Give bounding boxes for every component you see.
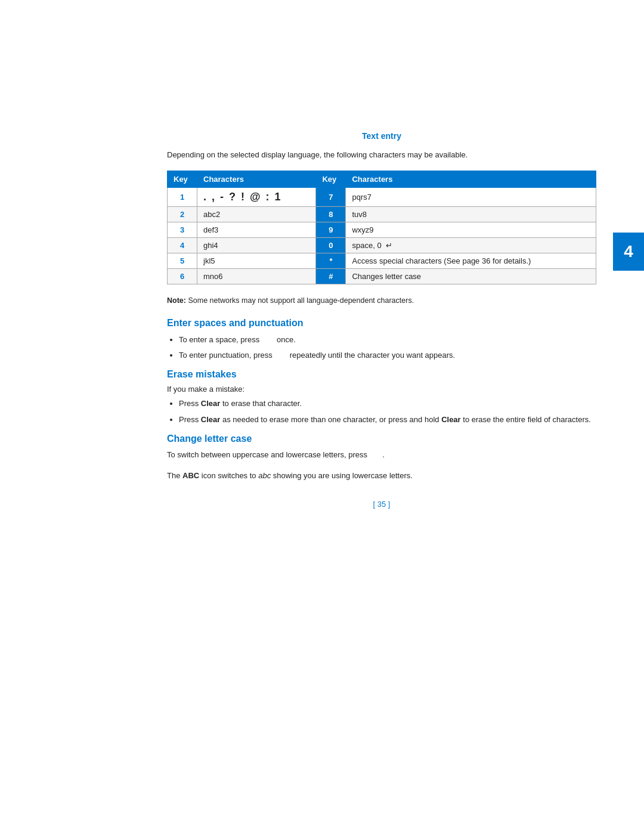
- chars-cell: wxyz9: [346, 222, 596, 237]
- table-row: 5 jkl5 * Access special characters (See …: [168, 253, 596, 268]
- section-change-letter-case: Change letter case To switch between upp…: [167, 433, 596, 482]
- key-cell-blue: 8: [316, 206, 346, 222]
- chars-cell: mno6: [197, 268, 316, 284]
- key-cell: 6: [168, 268, 197, 284]
- chars-cell: def3: [197, 222, 316, 237]
- clear-key-inline: Clear: [201, 399, 221, 408]
- section-heading-enter-spaces: Enter spaces and punctuation: [167, 318, 596, 329]
- abc-lower-icon: abc: [258, 471, 271, 480]
- side-tab-label: 4: [624, 242, 633, 261]
- key-characters-table: Key Characters Key Characters 1 . , - ? …: [167, 171, 596, 284]
- section-enter-spaces: Enter spaces and punctuation To enter a …: [167, 318, 596, 362]
- table-row: 2 abc2 8 tuv8: [168, 206, 596, 222]
- clear-key-inline3: Clear: [441, 415, 461, 424]
- erase-intro-text: If you make a mistake:: [167, 385, 596, 394]
- enter-spaces-bullets: To enter a space, press once. To enter p…: [179, 333, 596, 362]
- chars-cell: . , - ? ! @ : 1: [197, 187, 316, 206]
- table-row: 4 ghi4 0 space, 0 ↵: [168, 237, 596, 253]
- chars-cell: space, 0 ↵: [346, 237, 596, 253]
- col-header-chars2: Characters: [346, 171, 596, 187]
- key-cell: 4: [168, 237, 197, 253]
- note-block: Note: Some networks may not support all …: [167, 295, 596, 306]
- key-cell: 5: [168, 253, 197, 268]
- table-row: 3 def3 9 wxyz9: [168, 222, 596, 237]
- list-item: Press Clear to erase that character.: [179, 397, 596, 410]
- key-cell-blue: 0: [316, 237, 346, 253]
- col-header-key1: Key: [168, 171, 197, 187]
- key-cell: 2: [168, 206, 197, 222]
- key-cell-blue: #: [316, 268, 346, 284]
- chars-cell: Access special characters (See page 36 f…: [346, 253, 596, 268]
- key-cell-blue: 7: [316, 187, 346, 206]
- note-text: Some networks may not support all langua…: [188, 296, 414, 305]
- chars-cell: jkl5: [197, 253, 316, 268]
- intro-text: Depending on the selected display langua…: [167, 149, 596, 161]
- list-item: Press Clear as needed to erase more than…: [179, 413, 596, 426]
- section-heading-change-letter-case: Change letter case: [167, 433, 596, 444]
- change-case-text2: The ABC icon switches to abc showing you…: [167, 470, 596, 482]
- side-tab: 4: [613, 233, 644, 271]
- page-number: [ 35 ]: [167, 500, 596, 509]
- section-heading-erase-mistakes: Erase mistakes: [167, 369, 596, 380]
- note-label: Note:: [167, 296, 186, 305]
- erase-mistakes-bullets: Press Clear to erase that character. Pre…: [179, 397, 596, 426]
- key-cell-blue: *: [316, 253, 346, 268]
- col-header-chars1: Characters: [197, 171, 316, 187]
- chars-cell: abc2: [197, 206, 316, 222]
- list-item: To enter a space, press once.: [179, 333, 596, 346]
- chars-cell: pqrs7: [346, 187, 596, 206]
- page-container: 4 Text entry Depending on the selected d…: [0, 0, 644, 833]
- chars-cell: Changes letter case: [346, 268, 596, 284]
- chars-cell: ghi4: [197, 237, 316, 253]
- page-title: Text entry: [167, 131, 596, 141]
- change-case-text1: To switch between uppercase and lowercas…: [167, 449, 596, 461]
- key-cell: 1: [168, 187, 197, 206]
- clear-key-inline2: Clear: [201, 415, 221, 424]
- key-cell: 3: [168, 222, 197, 237]
- table-row: 6 mno6 # Changes letter case: [168, 268, 596, 284]
- section-erase-mistakes: Erase mistakes If you make a mistake: Pr…: [167, 369, 596, 426]
- table-row: 1 . , - ? ! @ : 1 7 pqrs7: [168, 187, 596, 206]
- abc-upper-icon: ABC: [182, 471, 199, 480]
- key-cell-blue: 9: [316, 222, 346, 237]
- list-item: To enter punctuation, press repeatedly u…: [179, 349, 596, 362]
- chars-cell: tuv8: [346, 206, 596, 222]
- col-header-key2: Key: [316, 171, 346, 187]
